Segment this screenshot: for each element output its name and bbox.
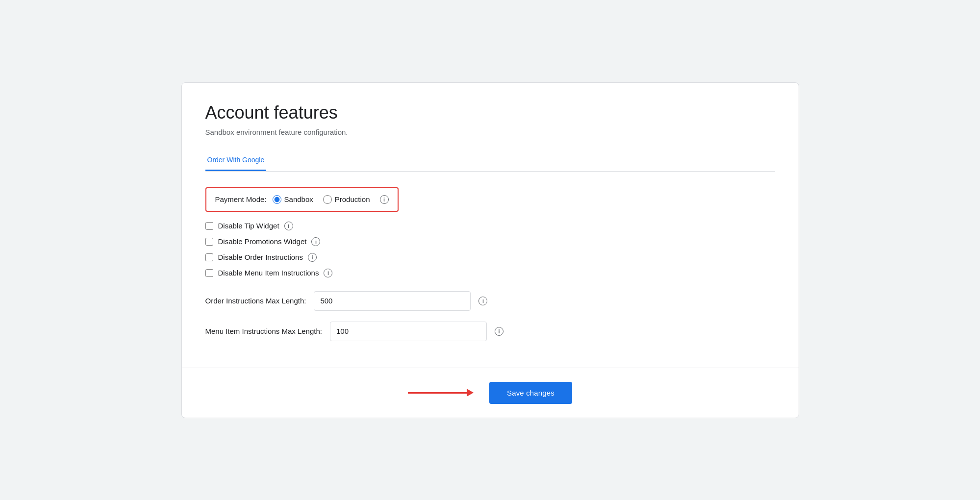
checkbox-row-disable-menu-instructions: Disable Menu Item Instructions i — [205, 269, 775, 277]
radio-sandbox-input[interactable] — [273, 195, 281, 204]
arrow-head — [467, 389, 474, 397]
disable-tip-info-icon[interactable]: i — [284, 222, 293, 230]
payment-mode-info-icon[interactable]: i — [380, 195, 389, 204]
disable-promotions-info-icon[interactable]: i — [311, 237, 320, 246]
order-instructions-max-info-icon[interactable]: i — [478, 297, 487, 305]
disable-menu-instructions-info-icon[interactable]: i — [324, 269, 332, 277]
checkboxes-section: Disable Tip Widget i Disable Promotions … — [205, 222, 775, 277]
account-features-card: Account features Sandbox environment fea… — [181, 82, 799, 418]
tab-order-with-google[interactable]: Order With Google — [205, 150, 267, 171]
checkbox-row-disable-order-instructions: Disable Order Instructions i — [205, 253, 775, 262]
radio-sandbox-label[interactable]: Sandbox — [284, 195, 313, 203]
menu-instructions-max-field-row: Menu Item Instructions Max Length: i — [205, 322, 775, 341]
radio-production-input[interactable] — [323, 195, 332, 204]
menu-instructions-max-label: Menu Item Instructions Max Length: — [205, 327, 322, 335]
order-instructions-max-field-row: Order Instructions Max Length: i — [205, 291, 775, 311]
disable-tip-checkbox[interactable] — [205, 222, 213, 230]
menu-instructions-max-input[interactable] — [330, 322, 487, 341]
card-footer: Save changes — [182, 368, 799, 418]
disable-menu-instructions-checkbox[interactable] — [205, 269, 213, 277]
radio-production-label[interactable]: Production — [335, 195, 370, 203]
arrow-indicator — [408, 389, 474, 397]
card-body: Account features Sandbox environment fea… — [182, 83, 799, 368]
radio-sandbox-option[interactable]: Sandbox — [273, 195, 313, 204]
disable-order-instructions-info-icon[interactable]: i — [308, 253, 317, 262]
disable-promotions-checkbox[interactable] — [205, 238, 213, 246]
disable-promotions-label[interactable]: Disable Promotions Widget — [218, 237, 307, 246]
arrow-line — [408, 392, 467, 394]
order-instructions-max-input[interactable] — [314, 291, 471, 311]
payment-mode-radio-group: Sandbox Production i — [273, 195, 389, 204]
save-changes-button[interactable]: Save changes — [489, 382, 572, 404]
page-title: Account features — [205, 102, 775, 123]
menu-instructions-max-info-icon[interactable]: i — [495, 327, 503, 336]
disable-order-instructions-checkbox[interactable] — [205, 253, 213, 261]
checkbox-row-disable-tip: Disable Tip Widget i — [205, 222, 775, 230]
payment-mode-label: Payment Mode: — [215, 195, 267, 203]
radio-production-option[interactable]: Production — [323, 195, 370, 204]
order-instructions-max-label: Order Instructions Max Length: — [205, 297, 306, 305]
disable-menu-instructions-label[interactable]: Disable Menu Item Instructions — [218, 269, 319, 277]
payment-mode-section: Payment Mode: Sandbox Production i — [205, 187, 399, 212]
disable-order-instructions-label[interactable]: Disable Order Instructions — [218, 253, 303, 261]
tabs-container: Order With Google — [205, 150, 775, 172]
checkbox-row-disable-promotions: Disable Promotions Widget i — [205, 237, 775, 246]
page-subtitle: Sandbox environment feature configuratio… — [205, 128, 775, 136]
disable-tip-label[interactable]: Disable Tip Widget — [218, 222, 279, 230]
